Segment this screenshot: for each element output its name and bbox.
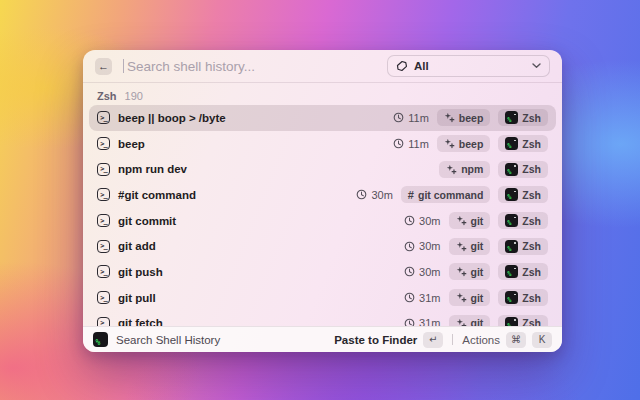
zsh-icon (505, 265, 518, 278)
sparkles-icon (444, 112, 455, 123)
command-text: git add (118, 240, 156, 252)
shell-badge: Zsh (498, 212, 548, 229)
shell-label: Zsh (522, 138, 541, 150)
footer-divider (452, 334, 453, 345)
history-row[interactable]: >_ git commit 30m git Zsh (89, 208, 556, 234)
shell-badge: Zsh (498, 186, 548, 203)
section-header: Zsh 190 (97, 90, 143, 102)
clock-icon (404, 292, 415, 303)
shell-badge: Zsh (498, 109, 548, 126)
history-row[interactable]: >_ git pull 31m git Zsh (89, 285, 556, 311)
zsh-icon (505, 240, 518, 253)
text-caret (123, 59, 124, 73)
tag-label: git (471, 266, 484, 278)
terminal-prompt-icon: >_ (97, 240, 110, 253)
history-row[interactable]: >_ npm run dev npm Zsh (89, 156, 556, 182)
time-ago: 30m (356, 189, 392, 201)
zsh-icon (505, 317, 518, 326)
footer-bar: Search Shell History Paste to Finder ↵ A… (83, 326, 562, 352)
tag-label: git (471, 317, 484, 326)
sparkles-icon (456, 318, 467, 326)
history-list: >_ beep || boop > /byte 11m beep Zsh >_ … (89, 105, 556, 326)
shell-label: Zsh (522, 189, 541, 201)
tag-icon (396, 60, 408, 72)
time-ago: 31m (404, 292, 440, 304)
shell-label: Zsh (522, 240, 541, 252)
section-count: 190 (125, 90, 143, 102)
tag-badge: git (449, 315, 491, 326)
terminal-prompt-icon: >_ (97, 214, 110, 227)
time-ago: 31m (404, 317, 440, 326)
sparkles-icon (456, 241, 467, 252)
time-label: 30m (371, 189, 392, 201)
command-text: beep || boop > /byte (118, 112, 226, 124)
history-row[interactable]: >_ git push 30m git Zsh (89, 259, 556, 285)
tag-label: npm (461, 163, 483, 175)
history-row[interactable]: >_ beep 11m beep Zsh (89, 131, 556, 157)
tag-badge: npm (439, 161, 490, 178)
terminal-prompt-icon: >_ (97, 163, 110, 176)
shell-label: Zsh (522, 317, 541, 326)
sparkles-icon (456, 292, 467, 303)
tag-badge: # git command (401, 186, 490, 203)
filter-dropdown[interactable]: All (387, 55, 550, 77)
clock-icon (393, 138, 404, 149)
terminal-prompt-icon: >_ (97, 137, 110, 150)
history-row[interactable]: >_ #git command 30m # git command Zsh (89, 182, 556, 208)
primary-action-label[interactable]: Paste to Finder (334, 334, 417, 346)
zsh-icon (505, 291, 518, 304)
tag-label: git command (418, 189, 483, 201)
clock-icon (404, 215, 415, 226)
tag-label: beep (459, 138, 484, 150)
history-row[interactable]: >_ beep || boop > /byte 11m beep Zsh (89, 105, 556, 131)
shell-label: Zsh (522, 266, 541, 278)
clock-icon (356, 189, 367, 200)
history-row[interactable]: >_ git add 30m git Zsh (89, 233, 556, 259)
actions-button[interactable]: Actions (462, 334, 500, 346)
clock-icon (393, 112, 404, 123)
shell-badge: Zsh (498, 161, 548, 178)
back-button[interactable]: ← (95, 58, 112, 75)
sparkles-icon (446, 164, 457, 175)
time-ago: 30m (404, 240, 440, 252)
enter-key-badge: ↵ (423, 332, 443, 348)
command-text: git fetch (118, 317, 163, 326)
command-text: #git command (118, 189, 196, 201)
clock-icon (404, 266, 415, 277)
time-label: 30m (419, 240, 440, 252)
zsh-icon (505, 111, 518, 124)
time-ago: 30m (404, 266, 440, 278)
k-key-badge: K (532, 332, 552, 348)
cmd-key-badge: ⌘ (506, 332, 526, 348)
terminal-prompt-icon: >_ (97, 317, 110, 326)
time-ago: 11m (393, 138, 429, 150)
zsh-icon (505, 214, 518, 227)
time-label: 31m (419, 317, 440, 326)
time-ago: 30m (404, 215, 440, 227)
zsh-icon (505, 137, 518, 150)
shell-label: Zsh (522, 112, 541, 124)
search-header: ← Search shell history... All (83, 50, 562, 83)
shell-badge: Zsh (498, 135, 548, 152)
command-text: git pull (118, 292, 156, 304)
command-text: beep (118, 138, 145, 150)
tag-label: git (471, 240, 484, 252)
tag-badge: beep (437, 109, 491, 126)
extension-name: Search Shell History (116, 334, 220, 346)
zsh-icon (505, 163, 518, 176)
filter-selected-value: All (414, 60, 526, 72)
tag-badge: beep (437, 135, 491, 152)
history-row[interactable]: >_ git fetch 31m git Zsh (89, 311, 556, 327)
tag-label: beep (459, 112, 484, 124)
time-label: 11m (408, 138, 429, 150)
back-arrow-icon: ← (98, 58, 109, 75)
tag-label: git (471, 292, 484, 304)
shell-badge: Zsh (498, 238, 548, 255)
shell-badge: Zsh (498, 289, 548, 306)
search-input[interactable]: Search shell history... (127, 59, 387, 74)
sparkles-icon (456, 266, 467, 277)
time-label: 30m (419, 266, 440, 278)
terminal-prompt-icon: >_ (97, 111, 110, 124)
shell-label: Zsh (522, 292, 541, 304)
time-label: 31m (419, 292, 440, 304)
